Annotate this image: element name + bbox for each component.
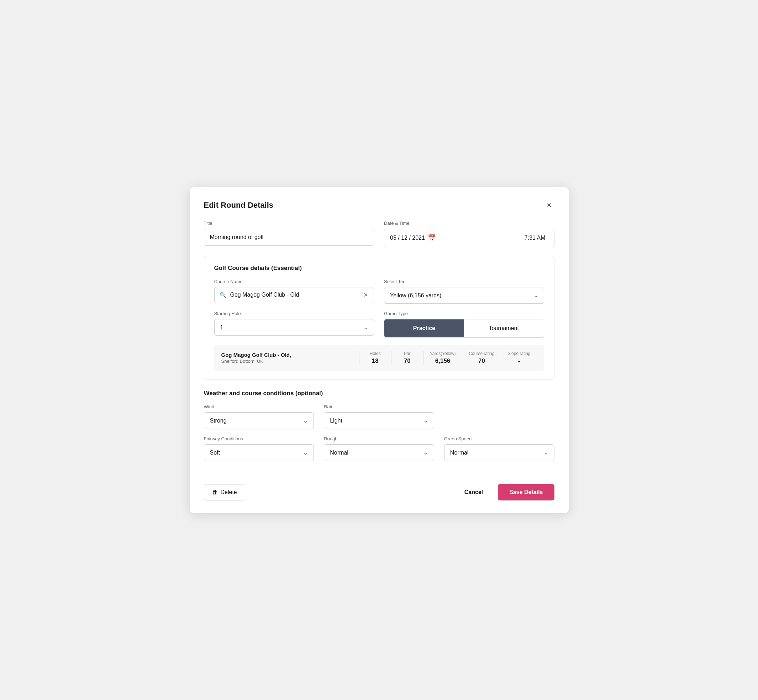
rough-label: Rough — [324, 436, 434, 441]
calendar-icon: 📅 — [428, 234, 435, 242]
course-name-label: Course Name — [214, 279, 374, 284]
title-label: Title — [204, 220, 374, 226]
trash-icon: 🗑 — [212, 489, 218, 495]
starting-hole-game-type-row: Starting Hole 1 2 3 10 ⌄ Game Type Pract… — [214, 311, 544, 338]
select-tee-dropdown[interactable]: Yellow (6,156 yards) White Red Blue — [384, 287, 544, 304]
starting-hole-dropdown[interactable]: 1 2 3 10 — [214, 319, 374, 336]
green-speed-dropdown[interactable]: Slow Normal Fast Very Fast — [444, 444, 554, 461]
holes-label: Holes — [370, 351, 381, 356]
search-icon: 🔍 — [219, 292, 227, 298]
fairway-group: Fairway Conditions Firm Normal Soft Very… — [204, 436, 314, 461]
wind-rain-row: Wind Calm Light Moderate Strong Very Str… — [204, 404, 554, 429]
game-type-group: Game Type Practice Tournament — [384, 311, 544, 338]
modal-footer: 🗑 Delete Cancel Save Details — [204, 481, 554, 500]
delete-button[interactable]: 🗑 Delete — [204, 484, 245, 500]
game-type-toggle: Practice Tournament — [384, 319, 544, 338]
practice-button[interactable]: Practice — [384, 319, 464, 337]
select-tee-wrap: Yellow (6,156 yards) White Red Blue ⌄ — [384, 287, 544, 304]
course-name-tee-row: Course Name 🔍 Gog Magog Golf Club - Old … — [214, 279, 544, 304]
weather-section-title: Weather and course conditions (optional) — [204, 390, 554, 397]
course-info-name-bold: Gog Magog Golf Club - Old, — [221, 352, 359, 358]
fairway-select-wrap: Firm Normal Soft Very Soft ⌄ — [204, 444, 314, 461]
weather-section: Weather and course conditions (optional)… — [204, 390, 554, 461]
tournament-button[interactable]: Tournament — [464, 319, 544, 337]
time-part[interactable]: 7:31 AM — [516, 229, 554, 247]
rain-group: Rain None Light Moderate Heavy ⌄ — [324, 404, 434, 429]
course-info-name: Gog Magog Golf Club - Old, Shelford Bott… — [221, 352, 359, 364]
fairway-label: Fairway Conditions — [204, 436, 314, 441]
course-info-bar: Gog Magog Golf Club - Old, Shelford Bott… — [214, 345, 544, 371]
stat-course-rating: Course rating 70 — [462, 351, 501, 364]
date-field-group: Date & Time 05 / 12 / 2021 📅 7:31 AM — [384, 220, 554, 247]
fairway-dropdown[interactable]: Firm Normal Soft Very Soft — [204, 444, 314, 461]
course-name-value: Gog Magog Golf Club - Old — [230, 292, 359, 298]
wind-group: Wind Calm Light Moderate Strong Very Str… — [204, 404, 314, 429]
slope-rating-label: Slope rating — [507, 351, 530, 356]
modal-header: Edit Round Details × — [204, 200, 554, 211]
rough-dropdown[interactable]: Short Normal Long Very Long — [324, 444, 434, 461]
yards-label: Yards(Yellow) — [430, 351, 456, 356]
top-row: Title Date & Time 05 / 12 / 2021 📅 7:31 … — [204, 220, 554, 247]
footer-right: Cancel Save Details — [458, 484, 554, 500]
green-speed-label: Green Speed — [444, 436, 554, 441]
slope-rating-value: - — [518, 358, 520, 364]
date-value: 05 / 12 / 2021 — [390, 235, 425, 241]
time-value: 7:31 AM — [525, 235, 545, 241]
modal-title: Edit Round Details — [204, 201, 274, 210]
delete-label: Delete — [221, 489, 237, 495]
select-tee-group: Select Tee Yellow (6,156 yards) White Re… — [384, 279, 544, 304]
rough-group: Rough Short Normal Long Very Long ⌄ — [324, 436, 434, 461]
starting-hole-label: Starting Hole — [214, 311, 374, 316]
stat-par: Par 70 — [391, 351, 423, 364]
date-part[interactable]: 05 / 12 / 2021 📅 — [384, 229, 516, 247]
rain-dropdown[interactable]: None Light Moderate Heavy — [324, 412, 434, 429]
par-value: 70 — [404, 358, 411, 364]
stat-holes: Holes 18 — [359, 351, 391, 364]
par-label: Par — [404, 351, 411, 356]
green-speed-group: Green Speed Slow Normal Fast Very Fast ⌄ — [444, 436, 554, 461]
game-type-label: Game Type — [384, 311, 544, 316]
rough-select-wrap: Short Normal Long Very Long ⌄ — [324, 444, 434, 461]
fairway-rough-green-row: Fairway Conditions Firm Normal Soft Very… — [204, 436, 554, 461]
course-section-title: Golf Course details (Essential) — [214, 265, 544, 272]
date-time-row: 05 / 12 / 2021 📅 7:31 AM — [384, 229, 554, 247]
save-button[interactable]: Save Details — [498, 484, 554, 500]
starting-hole-group: Starting Hole 1 2 3 10 ⌄ — [214, 311, 374, 338]
cancel-button[interactable]: Cancel — [458, 484, 489, 500]
wind-label: Wind — [204, 404, 314, 409]
course-rating-label: Course rating — [469, 351, 494, 356]
course-rating-value: 70 — [478, 358, 485, 364]
rain-label: Rain — [324, 404, 434, 409]
rain-select-wrap: None Light Moderate Heavy ⌄ — [324, 412, 434, 429]
course-name-group: Course Name 🔍 Gog Magog Golf Club - Old … — [214, 279, 374, 304]
edit-round-modal: Edit Round Details × Title Date & Time 0… — [190, 187, 568, 513]
wind-dropdown[interactable]: Calm Light Moderate Strong Very Strong — [204, 412, 314, 429]
course-section-card: Golf Course details (Essential) Course N… — [204, 256, 554, 380]
select-tee-label: Select Tee — [384, 279, 544, 284]
clear-course-button[interactable]: ✕ — [363, 292, 369, 298]
stat-slope-rating: Slope rating - — [501, 351, 537, 364]
wind-select-wrap: Calm Light Moderate Strong Very Strong ⌄ — [204, 412, 314, 429]
green-speed-select-wrap: Slow Normal Fast Very Fast ⌄ — [444, 444, 554, 461]
holes-value: 18 — [372, 358, 379, 364]
title-field-group: Title — [204, 220, 374, 247]
course-info-location: Shelford Bottom, UK — [221, 359, 359, 364]
course-name-search[interactable]: 🔍 Gog Magog Golf Club - Old ✕ — [214, 287, 374, 303]
footer-divider — [190, 471, 568, 471]
stat-yards: Yards(Yellow) 6,156 — [423, 351, 462, 364]
starting-hole-wrap: 1 2 3 10 ⌄ — [214, 319, 374, 336]
spacer — [444, 404, 554, 429]
date-label: Date & Time — [384, 220, 554, 226]
title-input[interactable] — [204, 229, 374, 246]
yards-value: 6,156 — [435, 358, 451, 364]
close-button[interactable]: × — [544, 200, 554, 211]
